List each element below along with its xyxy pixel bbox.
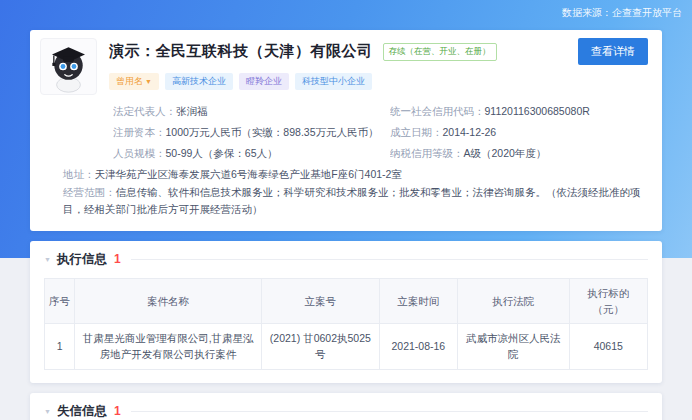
col-case-name: 案件名称: [75, 278, 262, 324]
col-filing-date: 立案时间: [379, 278, 457, 324]
company-status-badge: 存续（在营、开业、在册）: [383, 43, 497, 61]
company-address-block: 地址：天津华苑产业区海泰发展六道6号海泰绿色产业基地F座6门401-2室 经营范…: [63, 166, 648, 219]
field-address: 地址：天津华苑产业区海泰发展六道6号海泰绿色产业基地F座6门401-2室: [63, 166, 648, 184]
field-reg-capital: 注册资本：1000万元人民币（实缴：898.35万元人民币）: [113, 122, 390, 143]
field-label: 统一社会信用代码：: [390, 105, 485, 117]
execution-count-badge: 1: [114, 252, 121, 266]
company-info-card: 演示：全民互联科技（天津）有限公司 存续（在营、开业、在册） 查看详情 曾用名 …: [30, 30, 662, 231]
execution-table-row: 1 甘肃星光商业管理有限公司,甘肃星泓房地产开发有限公司执行案件 (2021) …: [45, 324, 648, 370]
view-details-button[interactable]: 查看详情: [578, 38, 648, 65]
robot-mascot-icon: [41, 39, 96, 94]
cell-filing-date: 2021-08-16: [379, 324, 457, 370]
details-row-1: 法定代表人：张润福 统一社会信用代码：91120116300685080R: [113, 101, 648, 122]
field-value: 张润福: [176, 105, 208, 117]
collapse-triangle-icon[interactable]: ▼: [44, 408, 51, 415]
section-divider: [131, 411, 648, 412]
cell-court: 武威市凉州区人民法院: [458, 324, 570, 370]
col-amount: 执行标的（元）: [569, 278, 647, 324]
field-label: 地址：: [63, 168, 95, 180]
data-source-bar: 数据来源：企查查开放平台: [0, 0, 692, 30]
field-label: 成立日期：: [390, 126, 443, 138]
field-est-date: 成立日期：2014-12-26: [390, 122, 648, 143]
field-staff-size: 人员规模：50-99人（参保：65人）: [113, 143, 390, 164]
company-details-grid: 法定代表人：张润福 统一社会信用代码：91120116300685080R 注册…: [113, 101, 648, 164]
section-divider: [131, 259, 648, 260]
field-label: 人员规模：: [113, 147, 166, 159]
field-label: 注册资本：: [113, 126, 166, 138]
col-case-number: 立案号: [262, 278, 380, 324]
field-value: 50-99人（参保：65人）: [166, 147, 278, 159]
col-seq: 序号: [45, 278, 75, 324]
chevron-down-icon: ▼: [145, 78, 152, 85]
field-value: 信息传输、软件和信息技术服务业；科学研究和技术服务业；批发和零售业；法律咨询服务…: [63, 186, 641, 216]
company-details: 法定代表人：张润福 统一社会信用代码：91120116300685080R 注册…: [40, 101, 648, 219]
company-header-main: 演示：全民互联科技（天津）有限公司 存续（在营、开业、在册） 查看详情 曾用名 …: [109, 38, 648, 90]
dishonesty-info-card: ▼ 失信信息 1 序号 立案文书号 执行法院 执行依据文号 履行情况 失信行为 …: [30, 393, 662, 420]
field-tax-rating: 纳税信用等级：A级（2020年度）: [390, 143, 648, 164]
execution-table: 序号 案件名称 立案号 立案时间 执行法院 执行标的（元） 1 甘肃星光商业管理…: [44, 278, 648, 370]
field-label: 经营范围：: [63, 186, 116, 198]
field-legal-rep: 法定代表人：张润福: [113, 101, 390, 122]
field-value: 天津华苑产业区海泰发展六道6号海泰绿色产业基地F座6门401-2室: [95, 168, 402, 180]
cell-seq: 1: [45, 324, 75, 370]
dishonesty-section-title: 失信信息: [57, 403, 107, 420]
company-logo: [40, 38, 97, 95]
tag-former-names[interactable]: 曾用名 ▼: [109, 73, 159, 90]
page-content: 演示：全民互联科技（天津）有限公司 存续（在营、开业、在册） 查看详情 曾用名 …: [30, 30, 662, 420]
company-header: 演示：全民互联科技（天津）有限公司 存续（在营、开业、在册） 查看详情 曾用名 …: [40, 38, 648, 95]
execution-section-title: 执行信息: [57, 251, 107, 268]
tag-high-tech-enterprise: 高新技术企业: [165, 73, 233, 90]
field-business-scope: 经营范围：信息传输、软件和信息技术服务业；科学研究和技术服务业；批发和零售业；法…: [63, 184, 648, 219]
execution-info-card: ▼ 执行信息 1 序号 案件名称 立案号 立案时间 执行法院 执行标的（元） 1: [30, 241, 662, 383]
details-row-2: 注册资本：1000万元人民币（实缴：898.35万元人民币） 成立日期：2014…: [113, 122, 648, 143]
tag-gazelle-enterprise: 瞪羚企业: [239, 73, 289, 90]
company-tags-row: 曾用名 ▼ 高新技术企业 瞪羚企业 科技型中小企业: [109, 73, 648, 90]
field-value: 2014-12-26: [443, 126, 497, 138]
field-value: A级（2020年度）: [464, 147, 547, 159]
field-label: 纳税信用等级：: [390, 147, 464, 159]
dishonesty-section-header[interactable]: ▼ 失信信息 1: [44, 403, 648, 420]
cell-case-number: (2021) 甘0602执5025号: [262, 324, 380, 370]
field-label: 法定代表人：: [113, 105, 176, 117]
company-name: 演示：全民互联科技（天津）有限公司: [109, 42, 373, 61]
field-value: 1000万元人民币（实缴：898.35万元人民币）: [166, 126, 379, 138]
field-value: 91120116300685080R: [485, 105, 590, 117]
collapse-triangle-icon[interactable]: ▼: [44, 256, 51, 263]
company-title-row: 演示：全民互联科技（天津）有限公司 存续（在营、开业、在册） 查看详情: [109, 38, 648, 65]
execution-section-header[interactable]: ▼ 执行信息 1: [44, 251, 648, 268]
col-court: 执行法院: [458, 278, 570, 324]
execution-table-header-row: 序号 案件名称 立案号 立案时间 执行法院 执行标的（元）: [45, 278, 648, 324]
data-source-label: 数据来源：企查查开放平台: [562, 7, 682, 18]
field-credit-code: 统一社会信用代码：91120116300685080R: [390, 101, 648, 122]
tag-former-names-label: 曾用名: [116, 75, 143, 88]
cell-case-name: 甘肃星光商业管理有限公司,甘肃星泓房地产开发有限公司执行案件: [75, 324, 262, 370]
cell-amount: 40615: [569, 324, 647, 370]
tag-tech-sme: 科技型中小企业: [295, 73, 372, 90]
dishonesty-count-badge: 1: [114, 404, 121, 418]
details-row-3: 人员规模：50-99人（参保：65人） 纳税信用等级：A级（2020年度）: [113, 143, 648, 164]
